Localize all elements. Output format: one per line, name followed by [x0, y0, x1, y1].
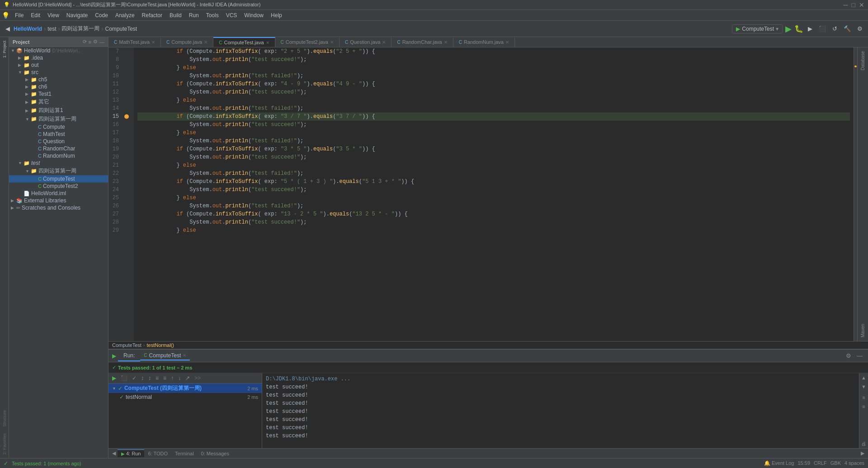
- database-sidebar-label[interactable]: Database: [859, 47, 867, 74]
- tree-item-other[interactable]: ▶ 📁 其它: [9, 98, 108, 106]
- tree-item-ext-libs[interactable]: ▶ 📚 External Libraries: [9, 197, 108, 204]
- tree-item-helloworld[interactable]: ▼ 📦 HelloWorld D:\HelloWorl...: [9, 47, 108, 54]
- tree-item-ch6[interactable]: ▶ 📁 ch6: [9, 83, 108, 90]
- tab-close-compute[interactable]: ✕: [204, 40, 208, 45]
- run-label[interactable]: Run:: [118, 351, 140, 361]
- tree-item-randomchar[interactable]: ▶ C RandomChar: [9, 145, 108, 152]
- tree-item-question[interactable]: ▶ C Question: [9, 138, 108, 145]
- menu-build[interactable]: Build: [166, 11, 185, 19]
- tree-item-computetest[interactable]: ▶ C ComputeTest: [9, 175, 108, 183]
- tab-close-mathtest[interactable]: ✕: [151, 40, 155, 45]
- tree-item-randomnum[interactable]: ▶ C RandomNum: [9, 152, 108, 159]
- run-tree-testnormal[interactable]: ✓ testNormal 2 ms: [108, 393, 262, 401]
- menu-code[interactable]: Code: [91, 11, 112, 19]
- console-scroll-down[interactable]: ▼: [859, 382, 868, 391]
- tab-computetest2[interactable]: C ComputeTest2.java ✕: [275, 37, 340, 47]
- bottom-tab-run[interactable]: ▶ 4: Run: [118, 449, 144, 457]
- tab-close-computetest2[interactable]: ✕: [330, 40, 334, 45]
- run-console[interactable]: D:\JDK1.8\bin\java.exe ... test succeed!…: [262, 373, 859, 448]
- tab-question[interactable]: C Question.java ✕: [340, 37, 392, 47]
- tree-item-test-siyun[interactable]: ▼ 📁 四则运算第一周: [9, 167, 108, 175]
- run-tree-computetest[interactable]: ▼ ✓ ComputeTest (四则运算第一周) 2 ms: [108, 384, 262, 393]
- status-event-log[interactable]: 🔔 Event Log: [764, 460, 794, 466]
- minimize-button[interactable]: ─: [844, 1, 848, 9]
- breadcrumb-method[interactable]: testNormal(): [146, 342, 174, 348]
- status-charset[interactable]: GBK: [830, 460, 841, 466]
- menu-run[interactable]: Run: [185, 11, 203, 19]
- stop-button[interactable]: ⬛: [817, 24, 828, 33]
- tab-computetest[interactable]: C ComputeTest.java ✕: [213, 37, 275, 47]
- run-collapse-btn[interactable]: ≡: [161, 374, 168, 382]
- breadcrumb-test[interactable]: test: [47, 26, 56, 32]
- rerun-button[interactable]: ↺: [830, 24, 839, 33]
- menu-navigate[interactable]: Navigate: [63, 11, 91, 19]
- run-down-btn[interactable]: ↓: [176, 374, 183, 382]
- project-toolbar-minimize[interactable]: —: [99, 39, 104, 45]
- console-scroll-up[interactable]: ▲: [859, 373, 868, 382]
- tree-item-ch5[interactable]: ▶ 📁 ch5: [9, 76, 108, 83]
- tab-close-randomnum[interactable]: ✕: [505, 40, 509, 45]
- bottom-tab-terminal[interactable]: Terminal: [171, 450, 198, 457]
- tree-item-siyun-week[interactable]: ▼ 📁 四则运算第一周: [9, 115, 108, 123]
- run-sort2-btn[interactable]: ↕: [146, 374, 153, 382]
- status-crlf[interactable]: CRLF: [814, 460, 827, 466]
- tab-mathtest[interactable]: C MathTest.java ✕: [108, 37, 161, 47]
- run-expand-btn[interactable]: ≡: [154, 374, 160, 382]
- breadcrumb-project[interactable]: HelloWorld: [14, 26, 42, 32]
- activity-favorites[interactable]: 2: Favorites: [1, 431, 8, 457]
- tab-randomchar[interactable]: C RandomChar.java ✕: [392, 37, 453, 47]
- console-filter-btn[interactable]: ≡: [860, 402, 867, 411]
- bottom-left-expand[interactable]: ◀: [110, 449, 118, 457]
- run-button[interactable]: ▶: [785, 24, 792, 34]
- tab-randomnum[interactable]: C RandomNum.java ✕: [453, 37, 515, 47]
- tab-close-randomchar[interactable]: ✕: [444, 40, 448, 45]
- menu-window[interactable]: Window: [241, 11, 267, 19]
- menu-analyze[interactable]: Analyze: [112, 11, 138, 19]
- maven-sidebar-label[interactable]: Maven: [859, 320, 867, 341]
- menu-file[interactable]: File: [11, 11, 27, 19]
- run-tab-close[interactable]: ✕: [183, 353, 186, 358]
- tree-item-compute[interactable]: ▶ C Compute: [9, 123, 108, 131]
- tree-item-idea[interactable]: ▶ 📁 .idea: [9, 54, 108, 61]
- tree-item-mathtest[interactable]: ▶ C MathTest: [9, 131, 108, 138]
- run-sort1-btn[interactable]: ↕: [139, 374, 146, 382]
- run-tab-computetest[interactable]: C ComputeTest ✕: [140, 351, 190, 360]
- run-filter-btn[interactable]: ✓: [130, 374, 138, 382]
- build-button[interactable]: 🔨: [842, 24, 853, 33]
- run-coverage-button[interactable]: ▶: [806, 24, 814, 33]
- tab-close-computetest[interactable]: ✕: [266, 40, 269, 45]
- debug-button[interactable]: 🐛: [794, 24, 803, 33]
- activity-structure[interactable]: Structure: [1, 407, 8, 430]
- menu-help[interactable]: Help: [267, 11, 286, 19]
- activity-project[interactable]: 1: Project: [1, 38, 8, 61]
- tree-item-test1[interactable]: ▶ 📁 Test1: [9, 90, 108, 98]
- menu-refactor[interactable]: Refactor: [138, 11, 166, 19]
- menu-edit[interactable]: Edit: [27, 11, 44, 19]
- menu-view[interactable]: View: [44, 11, 63, 19]
- run-rerun-btn[interactable]: ▶: [110, 374, 118, 382]
- tab-close-question[interactable]: ✕: [382, 40, 386, 45]
- menu-vcs[interactable]: VCS: [222, 11, 241, 19]
- code-content[interactable]: if (Compute.infixToSuffix( exp: "2 + 5 "…: [134, 47, 854, 341]
- run-export-btn[interactable]: ↗: [184, 374, 192, 382]
- run-more-btn[interactable]: >>: [194, 375, 201, 381]
- tree-item-siyun1[interactable]: ▶ 📁 四则运算1: [9, 106, 108, 115]
- run-stop-btn[interactable]: ⬛: [119, 374, 129, 382]
- breadcrumb-computetest[interactable]: ComputeTest: [112, 342, 142, 348]
- project-toolbar-gear[interactable]: ≡: [89, 39, 91, 45]
- run-config-selector[interactable]: ▶ ComputeTest ▾: [732, 24, 783, 33]
- close-button[interactable]: ✕: [859, 1, 864, 9]
- toolbar-back-button[interactable]: ◀: [4, 24, 12, 33]
- tree-item-test[interactable]: ▼ 📁 test: [9, 159, 108, 167]
- run-up-btn[interactable]: ↑: [169, 374, 175, 382]
- tree-item-scratches[interactable]: ▶ ✏ Scratches and Consoles: [9, 204, 108, 211]
- run-panel-minimize[interactable]: —: [855, 351, 864, 360]
- menu-tools[interactable]: Tools: [203, 11, 222, 19]
- run-panel-settings[interactable]: ⚙: [844, 351, 853, 360]
- tab-compute[interactable]: C Compute.java ✕: [161, 37, 213, 47]
- bottom-tab-messages[interactable]: 0: Messages: [198, 450, 233, 457]
- tree-item-computetest2[interactable]: ▶ C ComputeTest2: [9, 183, 108, 190]
- project-toolbar-settings[interactable]: ⚙: [93, 39, 98, 45]
- console-wrap-btn[interactable]: ≡: [860, 393, 867, 402]
- tree-item-helloworld-iml[interactable]: ▶ 📄 HelloWorld.iml: [9, 190, 108, 197]
